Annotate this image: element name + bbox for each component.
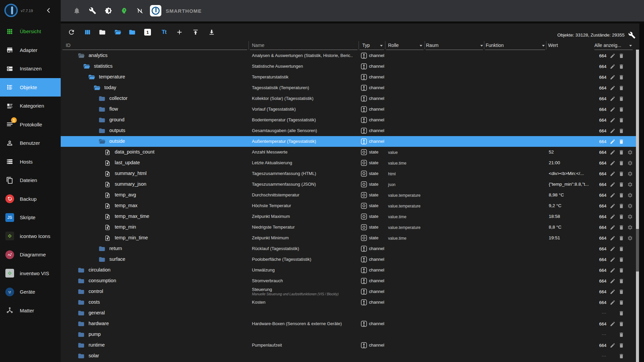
- sidebar-item-ger-te[interactable]: Geräte: [0, 283, 61, 301]
- folder-open-icon[interactable]: [93, 84, 101, 92]
- scrollbar-thumb[interactable]: [636, 229, 639, 272]
- object-row-temp_max_time[interactable]: temp_max_timeZeitpunkt Maximumstatevalue…: [61, 211, 636, 222]
- delete-trash-icon[interactable]: [618, 160, 624, 166]
- sidebar-item-backup[interactable]: Backup: [0, 190, 61, 208]
- state-file-icon[interactable]: [104, 170, 111, 177]
- object-row-flow[interactable]: flowVorlauf (Tagesstatistik)channel664: [61, 104, 636, 115]
- edit-pencil-icon[interactable]: [609, 224, 615, 230]
- delete-trash-icon[interactable]: [618, 246, 624, 252]
- scrollbar-track[interactable]: [636, 50, 639, 362]
- folder-icon[interactable]: [98, 116, 106, 124]
- folder-icon[interactable]: [77, 320, 85, 327]
- sidebar-item-hosts[interactable]: Hosts: [0, 153, 61, 171]
- sidebar-item-icontwo-icons[interactable]: icontwo Icons: [0, 227, 61, 246]
- chevron-down-icon[interactable]: [480, 45, 483, 47]
- delete-trash-icon[interactable]: [618, 321, 624, 327]
- column-filter-room[interactable]: Raum: [426, 43, 438, 48]
- object-row-temperature[interactable]: temperatureTemperaturstatistikchannel664: [61, 72, 636, 82]
- edit-pencil-icon[interactable]: [609, 160, 615, 166]
- column-filter-id[interactable]: ID: [66, 43, 70, 48]
- sidebar-item-dateien[interactable]: Dateien: [0, 171, 61, 190]
- edit-pencil-icon[interactable]: [609, 53, 615, 59]
- delete-trash-icon[interactable]: [618, 74, 624, 80]
- folder-icon[interactable]: [98, 95, 106, 102]
- delete-trash-icon[interactable]: [618, 331, 624, 338]
- edit-pencil-icon[interactable]: [609, 246, 615, 252]
- edit-pencil-icon[interactable]: [609, 256, 615, 262]
- settings-gear-icon[interactable]: [627, 192, 633, 198]
- object-row-temp_max[interactable]: temp_maxHöchste Temperaturstatevalue.tem…: [61, 200, 636, 211]
- edit-pencil-icon[interactable]: [609, 96, 615, 102]
- folder-icon[interactable]: [77, 331, 85, 338]
- folder-open-icon[interactable]: [98, 138, 106, 145]
- edit-pencil-icon[interactable]: [609, 321, 615, 327]
- font-size-icon[interactable]: Tt: [160, 28, 168, 36]
- sidebar-item-kategorien[interactable]: Kategorien: [0, 97, 61, 115]
- settings-wrench-icon[interactable]: [628, 32, 635, 38]
- delete-trash-icon[interactable]: [618, 342, 624, 348]
- delete-trash-icon[interactable]: [618, 128, 624, 134]
- state-file-icon[interactable]: [104, 159, 111, 167]
- folder-icon[interactable]: [77, 352, 85, 360]
- wrench-icon[interactable]: [89, 7, 96, 14]
- edit-pencil-icon[interactable]: [609, 181, 615, 187]
- object-row-analytics[interactable]: analyticsAnalysen & Auswertungen (Statis…: [61, 50, 636, 61]
- settings-gear-icon[interactable]: [627, 160, 633, 166]
- folder-icon[interactable]: [77, 277, 85, 285]
- delete-trash-icon[interactable]: [618, 192, 624, 198]
- sidebar-item-instanzen[interactable]: Instanzen: [0, 59, 61, 78]
- expand-folder-icon[interactable]: [128, 28, 136, 36]
- object-row-data_points_count[interactable]: data_points_countAnzahl Messwertestateva…: [61, 147, 636, 158]
- state-file-icon[interactable]: [104, 213, 111, 220]
- folder-icon[interactable]: [77, 266, 85, 274]
- delete-trash-icon[interactable]: [618, 203, 624, 209]
- object-row-temp_min_time[interactable]: temp_min_timeZeitpunkt Minimumstatevalue…: [61, 233, 636, 243]
- settings-gear-icon[interactable]: [627, 171, 633, 177]
- object-row-temp_min[interactable]: temp_minNiedrigste Temperaturstatevalue.…: [61, 222, 636, 233]
- edit-pencil-icon[interactable]: [609, 214, 615, 220]
- delete-trash-icon[interactable]: [618, 256, 624, 262]
- chevron-down-icon[interactable]: [542, 45, 545, 47]
- object-row-consumption[interactable]: consumptionStromverbrauchchannel664: [61, 276, 636, 286]
- state-file-icon[interactable]: [104, 148, 111, 156]
- object-row-hardware[interactable]: hardwareHardware-Boxen (Sensoren & exter…: [61, 318, 636, 329]
- folder-open-icon[interactable]: [83, 63, 90, 70]
- delete-trash-icon[interactable]: [618, 224, 624, 230]
- delete-trash-icon[interactable]: [618, 267, 624, 273]
- state-file-icon[interactable]: [104, 191, 111, 199]
- column-filter-function[interactable]: Funktion: [486, 43, 504, 48]
- sidebar-item-inventwo-vis[interactable]: inventwo VIS: [0, 264, 61, 283]
- settings-gear-icon[interactable]: [627, 181, 633, 187]
- delete-trash-icon[interactable]: [618, 299, 624, 305]
- object-row-pump[interactable]: pump---: [61, 329, 636, 340]
- folder-icon[interactable]: [98, 245, 106, 252]
- delete-trash-icon[interactable]: [618, 289, 624, 295]
- sidebar-item-adapter[interactable]: Adapter: [0, 41, 61, 60]
- delete-trash-icon[interactable]: [618, 63, 624, 69]
- delete-trash-icon[interactable]: [618, 96, 624, 102]
- edit-pencil-icon[interactable]: [609, 74, 615, 80]
- folder-open-icon[interactable]: [88, 73, 95, 81]
- folder-icon[interactable]: [98, 127, 106, 134]
- disconnect-slash-icon[interactable]: [136, 7, 144, 14]
- folder-icon[interactable]: [77, 309, 85, 317]
- add-object-icon[interactable]: [176, 28, 183, 36]
- sidebar-item-protokolle[interactable]: 1Protokolle: [0, 115, 61, 134]
- object-row-return[interactable]: returnRücklauf (Tagesstatistik)channel66…: [61, 243, 636, 254]
- object-row-outside[interactable]: outsideAußentemperatur (Tagesstatistik)c…: [61, 136, 636, 147]
- delete-trash-icon[interactable]: [618, 353, 624, 359]
- expert-mode-icon[interactable]: [120, 7, 128, 14]
- refresh-icon[interactable]: [68, 28, 75, 36]
- download-icon[interactable]: [208, 28, 215, 36]
- delete-trash-icon[interactable]: [618, 149, 624, 155]
- settings-gear-icon[interactable]: [627, 235, 633, 241]
- folder-icon[interactable]: [98, 256, 106, 263]
- depth-one-icon[interactable]: 1: [144, 28, 151, 36]
- delete-trash-icon[interactable]: [618, 53, 624, 59]
- folder-icon[interactable]: [77, 288, 85, 295]
- folder-icon[interactable]: [77, 299, 85, 306]
- delete-trash-icon[interactable]: [618, 310, 624, 316]
- edit-pencil-icon[interactable]: [609, 289, 615, 295]
- object-row-collector[interactable]: collectorKollektor (Solar) (Tagesstatist…: [61, 93, 636, 104]
- settings-gear-icon[interactable]: [627, 203, 633, 209]
